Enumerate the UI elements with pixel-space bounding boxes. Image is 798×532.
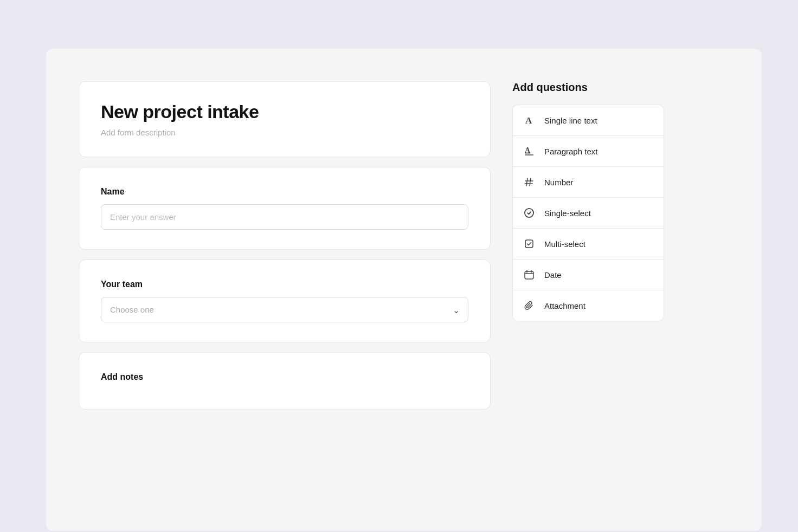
date-icon (522, 267, 537, 282)
form-title-card: New project intake Add form description (79, 81, 491, 157)
question-label-name: Name (101, 187, 468, 197)
svg-line-5 (530, 178, 531, 186)
date-label: Date (544, 270, 562, 280)
single-line-text-label: Single line text (544, 116, 597, 125)
sidebar-item-single-line-text[interactable]: A Single line text (512, 105, 664, 135)
sidebar-item-multi-select[interactable]: Multi-select (512, 228, 664, 259)
form-area: New project intake Add form description … (79, 81, 491, 498)
question-card-team: Your team Choose one ⌄ (79, 259, 491, 342)
paragraph-text-icon: A (522, 144, 537, 159)
multi-select-label: Multi-select (544, 239, 585, 249)
paragraph-text-label: Paragraph text (544, 147, 597, 156)
attachment-icon (522, 298, 537, 313)
single-line-text-icon: A (522, 113, 537, 128)
svg-text:A: A (525, 115, 532, 126)
sidebar-item-paragraph-text[interactable]: A Paragraph text (512, 135, 664, 166)
svg-rect-11 (525, 271, 533, 279)
sidebar-item-single-select[interactable]: Single-select (512, 197, 664, 228)
question-card-name: Name (79, 167, 491, 250)
question-type-list: A Single line text A Paragraph text (512, 105, 664, 321)
number-icon (522, 174, 537, 190)
sidebar-item-number[interactable]: Number (512, 166, 664, 197)
multi-select-icon (522, 236, 537, 251)
sidebar-item-attachment[interactable]: Attachment (512, 290, 664, 321)
sidebar-item-date[interactable]: Date (512, 259, 664, 290)
number-label: Number (544, 178, 573, 187)
question-label-notes: Add notes (101, 372, 468, 382)
question-card-notes: Add notes (79, 352, 491, 410)
svg-line-4 (526, 178, 527, 186)
form-title: New project intake (101, 101, 468, 122)
form-description: Add form description (101, 128, 468, 137)
name-input[interactable] (101, 204, 468, 230)
main-container: New project intake Add form description … (46, 49, 762, 531)
team-select[interactable]: Choose one (101, 297, 468, 322)
sidebar-title: Add questions (512, 81, 664, 94)
question-label-team: Your team (101, 280, 468, 289)
sidebar: Add questions A Single line text A (512, 81, 664, 498)
select-wrapper-team: Choose one ⌄ (101, 297, 468, 322)
single-select-label: Single-select (544, 209, 591, 218)
attachment-label: Attachment (544, 301, 585, 310)
single-select-icon (522, 205, 537, 220)
svg-rect-10 (525, 240, 533, 248)
